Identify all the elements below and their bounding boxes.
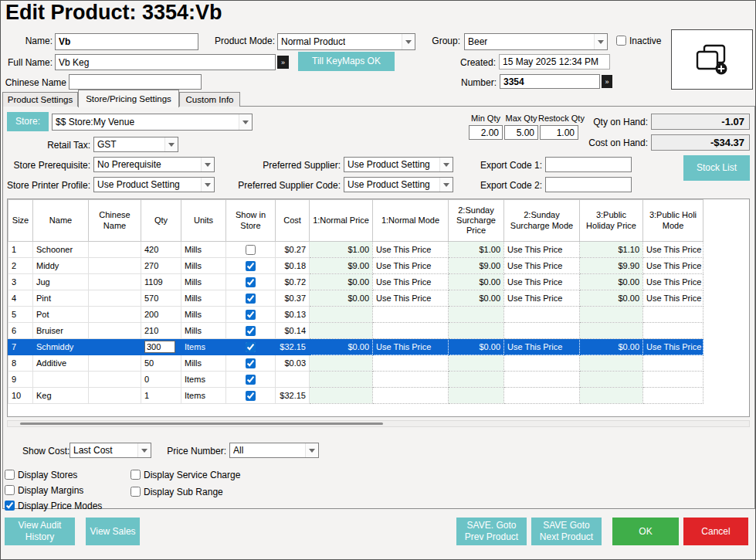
restock-qty-input[interactable] xyxy=(540,125,578,140)
cell[interactable]: Mills xyxy=(181,258,226,274)
show-in-store-cell[interactable] xyxy=(226,372,276,388)
cell[interactable] xyxy=(89,242,141,258)
cell[interactable]: $32.15 xyxy=(276,339,310,355)
cell[interactable] xyxy=(89,355,141,372)
display-price-modes-checkbox[interactable] xyxy=(5,501,15,511)
cell[interactable]: Middy xyxy=(33,258,89,274)
cell[interactable]: $0.00 xyxy=(310,274,373,290)
cell[interactable]: 6 xyxy=(8,323,33,339)
cell[interactable] xyxy=(310,372,373,388)
table-row[interactable]: 1Schooner420Mills$0.27$1.00Use This Pric… xyxy=(8,242,703,258)
cell[interactable]: $0.03 xyxy=(276,355,310,372)
view-audit-history-button[interactable]: View Audit History xyxy=(5,518,75,545)
cell[interactable]: Additive xyxy=(33,355,89,372)
cell[interactable]: $0.00 xyxy=(580,274,643,290)
cell[interactable]: $1.10 xyxy=(580,242,643,258)
cell[interactable]: Use This Price xyxy=(504,274,580,290)
cell[interactable]: Mills xyxy=(181,290,226,307)
tab-store-pricing-settings[interactable]: Store/Pricing Settings xyxy=(78,90,179,107)
cell[interactable] xyxy=(580,355,643,372)
cell[interactable]: $32.15 xyxy=(276,388,310,404)
cell[interactable] xyxy=(504,388,580,404)
store-printer-profile-select[interactable]: Use Product Setting xyxy=(93,177,215,192)
cell[interactable]: $0.18 xyxy=(276,258,310,274)
cell[interactable]: Use This Price xyxy=(373,290,449,307)
show-in-store-checkbox[interactable] xyxy=(246,261,256,271)
cell[interactable]: $0.00 xyxy=(580,339,643,355)
cell[interactable] xyxy=(373,307,449,323)
cell[interactable]: 10 xyxy=(8,388,33,404)
cell[interactable]: $1.00 xyxy=(310,242,373,258)
cell[interactable]: Pint xyxy=(33,290,89,307)
cell[interactable] xyxy=(373,372,449,388)
cell[interactable] xyxy=(449,355,504,372)
cell[interactable]: Use This Price xyxy=(373,258,449,274)
cell[interactable] xyxy=(643,307,703,323)
table-row[interactable]: 3Jug1109Mills$0.72$0.00Use This Price$0.… xyxy=(8,274,703,290)
cell[interactable] xyxy=(504,355,580,372)
show-in-store-checkbox[interactable] xyxy=(246,245,256,255)
cell[interactable]: 9 xyxy=(8,372,33,388)
cell[interactable]: Use This Price xyxy=(504,258,580,274)
cell[interactable] xyxy=(504,372,580,388)
cell[interactable]: $0.27 xyxy=(276,242,310,258)
cell[interactable]: 2 xyxy=(8,258,33,274)
show-in-store-cell[interactable] xyxy=(226,307,276,323)
show-in-store-cell[interactable] xyxy=(226,274,276,290)
cell[interactable] xyxy=(89,323,141,339)
show-in-store-checkbox[interactable] xyxy=(246,342,256,352)
stock-list-button[interactable]: Stock List xyxy=(683,155,750,181)
max-qty-input[interactable] xyxy=(504,125,538,140)
cell[interactable]: Use This Price xyxy=(643,339,703,355)
table-row[interactable]: 5Pot200Mills$0.13 xyxy=(8,307,703,323)
cell[interactable]: 1 xyxy=(8,242,33,258)
price-number-select[interactable]: All xyxy=(229,443,319,458)
store-button[interactable]: Store: xyxy=(7,112,49,131)
cell[interactable]: Use This Price xyxy=(643,274,703,290)
cell[interactable]: 3 xyxy=(8,274,33,290)
cell[interactable] xyxy=(89,339,141,355)
show-in-store-checkbox[interactable] xyxy=(246,277,256,287)
cell[interactable]: $0.00 xyxy=(580,290,643,307)
cell[interactable]: Mills xyxy=(181,242,226,258)
cell[interactable] xyxy=(449,388,504,404)
show-in-store-checkbox[interactable] xyxy=(246,310,256,320)
cancel-button[interactable]: Cancel xyxy=(683,518,748,545)
table-row[interactable]: 90Items xyxy=(8,372,703,388)
cell[interactable]: Mills xyxy=(181,355,226,372)
cell[interactable]: Use This Price xyxy=(373,274,449,290)
cell[interactable] xyxy=(373,388,449,404)
cell[interactable]: Use This Price xyxy=(504,290,580,307)
show-in-store-cell[interactable] xyxy=(226,258,276,274)
cell[interactable] xyxy=(89,307,141,323)
save-goto-next-button[interactable]: SAVE Goto Next Product xyxy=(531,518,602,545)
save-goto-prev-button[interactable]: SAVE. Goto Prev Product xyxy=(456,518,527,545)
cell[interactable]: Use This Price xyxy=(504,242,580,258)
show-in-store-checkbox[interactable] xyxy=(246,294,256,304)
cell[interactable] xyxy=(504,307,580,323)
cell[interactable] xyxy=(89,388,141,404)
cell[interactable]: $1.00 xyxy=(449,242,504,258)
cell[interactable] xyxy=(643,388,703,404)
cell[interactable] xyxy=(310,323,373,339)
show-in-store-cell[interactable] xyxy=(226,355,276,372)
show-in-store-cell[interactable] xyxy=(226,242,276,258)
display-margins-checkbox[interactable] xyxy=(5,485,15,495)
qty-edit-input[interactable] xyxy=(144,341,175,353)
cell[interactable]: 5 xyxy=(8,307,33,323)
preferred-supplier-select[interactable]: Use Product Setting xyxy=(344,157,453,172)
cell[interactable]: Mills xyxy=(181,307,226,323)
show-in-store-checkbox[interactable] xyxy=(246,358,256,368)
cell[interactable]: Use This Price xyxy=(643,258,703,274)
cell[interactable] xyxy=(643,372,703,388)
cell[interactable] xyxy=(89,274,141,290)
show-in-store-checkbox[interactable] xyxy=(246,391,256,401)
product-mode-select[interactable]: Normal Product xyxy=(277,33,415,50)
scrollbar-thumb[interactable] xyxy=(20,423,383,425)
inactive-checkbox[interactable] xyxy=(616,36,626,46)
cell[interactable]: $9.00 xyxy=(449,258,504,274)
table-row[interactable]: 8Additive50Mills$0.03 xyxy=(8,355,703,372)
cell[interactable]: 0 xyxy=(141,372,181,388)
cell[interactable] xyxy=(449,323,504,339)
cell[interactable]: Schooner xyxy=(33,242,89,258)
